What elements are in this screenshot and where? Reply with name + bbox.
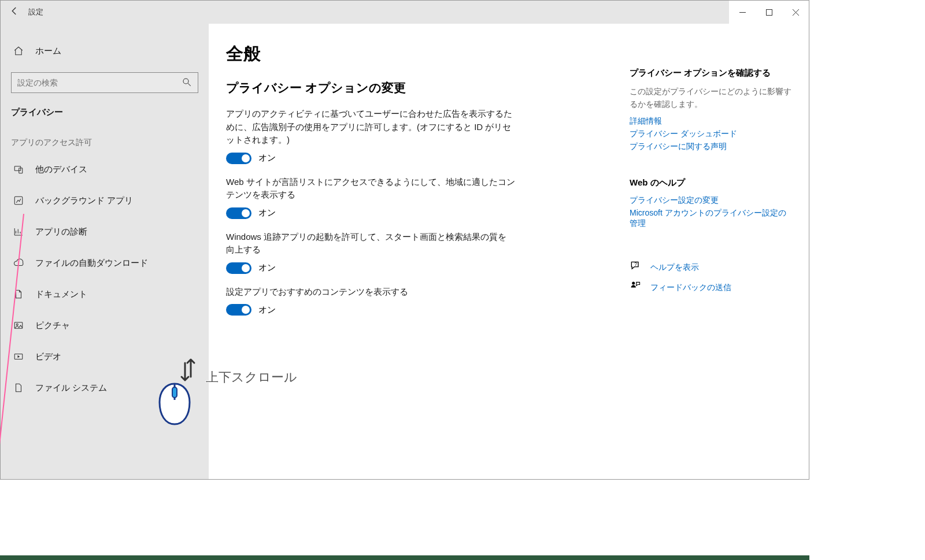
help-panel: プライバシー オプションを確認する この設定がプライバシーにどのように影響するか… [630, 24, 791, 479]
svg-point-1 [183, 79, 188, 84]
option-suggested-content: 設定アプリでおすすめのコンテンツを表示する オン [226, 285, 590, 316]
link-privacy-dashboard[interactable]: プライバシー ダッシュボード [630, 129, 791, 139]
taskbar [0, 555, 809, 560]
sidebar-category: プライバシー [1, 103, 209, 121]
section-header: プライバシー オプションの変更 [226, 80, 590, 96]
toggle-state: オン [258, 305, 276, 316]
option-advertising-id: アプリのアクティビティに基づいてユーザーに合わせた広告を表示するために、広告識別… [226, 107, 590, 164]
mouse-icon [156, 357, 202, 427]
sidebar-item-label: ビデオ [35, 351, 61, 362]
file-icon [12, 381, 25, 394]
toggle-state: オン [258, 153, 276, 164]
picture-icon [12, 319, 25, 332]
toggle-language-list[interactable] [226, 207, 251, 219]
option-label: アプリのアクティビティに基づいてユーザーに合わせた広告を表示するために、広告識別… [226, 107, 515, 147]
sidebar-item-label: ファイル システム [35, 383, 107, 394]
maximize-button[interactable] [756, 1, 782, 24]
help-description: この設定がプライバシーにどのように影響するかを確認します。 [630, 86, 791, 110]
diagnostics-icon [12, 225, 25, 238]
svg-point-9 [632, 282, 635, 285]
option-label: Web サイトが言語リストにアクセスできるようにして、地域に適したコンテンツを表… [226, 176, 515, 202]
window-title: 設定 [28, 7, 43, 17]
sidebar-item-label: アプリの診断 [35, 227, 87, 238]
sidebar-item-label: ドキュメント [35, 289, 87, 300]
sidebar-item-app-diagnostics[interactable]: アプリの診断 [1, 216, 209, 247]
search-box[interactable] [11, 72, 198, 93]
link-manage-ms-privacy[interactable]: Microsoft アカウントのプライバシー設定の管理 [630, 208, 791, 229]
option-label: 設定アプリでおすすめのコンテンツを表示する [226, 285, 515, 299]
sidebar-item-label: バックグラウンド アプリ [35, 195, 133, 206]
svg-rect-0 [766, 9, 772, 15]
search-input[interactable] [17, 78, 182, 87]
sidebar-item-background-apps[interactable]: バックグラウンド アプリ [1, 185, 209, 216]
feedback-icon [630, 280, 641, 295]
devices-icon [12, 163, 25, 176]
sidebar-subheader: アプリのアクセス許可 [1, 121, 209, 154]
sidebar-item-label: ピクチャ [35, 320, 70, 331]
svg-text:?: ? [634, 261, 637, 267]
sidebar-item-label: ファイルの自動ダウンロード [35, 258, 148, 269]
link-learn-more[interactable]: 詳細情報 [630, 116, 791, 127]
help-heading-web: Web のヘルプ [630, 177, 791, 188]
link-change-privacy-settings[interactable]: プライバシー設定の変更 [630, 195, 791, 206]
sidebar-item-documents[interactable]: ドキュメント [1, 279, 209, 310]
toggle-state: オン [258, 207, 276, 218]
toggle-state: オン [258, 262, 276, 273]
svg-point-6 [16, 324, 18, 325]
get-help-row[interactable]: ? ヘルプを表示 [630, 260, 791, 275]
feedback-row[interactable]: フィードバックの送信 [630, 280, 791, 295]
window-controls [729, 1, 809, 24]
page-title: 全般 [226, 42, 590, 66]
annotation-mouse-scroll: 上下スクロール [156, 357, 297, 427]
close-button[interactable] [782, 1, 809, 24]
search-icon [182, 77, 192, 89]
svg-rect-10 [172, 387, 177, 398]
link-privacy-statement[interactable]: プライバシーに関する声明 [630, 142, 791, 152]
option-language-list: Web サイトが言語リストにアクセスできるようにして、地域に適したコンテンツを表… [226, 176, 590, 219]
annotation-scroll-text: 上下スクロール [206, 369, 297, 386]
home-button[interactable]: ホーム [1, 35, 209, 66]
sidebar-item-auto-download[interactable]: ファイルの自動ダウンロード [1, 247, 209, 279]
video-icon [12, 350, 25, 363]
sidebar-item-label: 他のデバイス [35, 164, 87, 175]
link-get-help[interactable]: ヘルプを表示 [650, 262, 699, 273]
sidebar-item-pictures[interactable]: ピクチャ [1, 310, 209, 341]
toggle-advertising-id[interactable] [226, 153, 251, 164]
content-area: 全般 プライバシー オプションの変更 アプリのアクティビティに基づいてユーザーに… [209, 24, 809, 479]
option-app-launch-tracking: Windows 追跡アプリの起動を許可して、スタート画面と検索結果の質を向上する… [226, 231, 590, 274]
option-label: Windows 追跡アプリの起動を許可して、スタート画面と検索結果の質を向上する [226, 231, 515, 257]
sidebar-item-other-devices[interactable]: 他のデバイス [1, 154, 209, 185]
home-icon [12, 44, 25, 57]
toggle-suggested-content[interactable] [226, 304, 251, 316]
background-apps-icon [12, 194, 25, 207]
minimize-button[interactable] [729, 1, 756, 24]
help-icon: ? [630, 260, 641, 275]
link-feedback[interactable]: フィードバックの送信 [650, 283, 731, 293]
help-heading-privacy: プライバシー オプションを確認する [630, 68, 791, 79]
titlebar: 設定 [1, 1, 809, 24]
svg-rect-2 [14, 166, 21, 171]
back-button[interactable] [1, 6, 28, 19]
home-label: ホーム [35, 46, 61, 57]
toggle-app-launch-tracking[interactable] [226, 262, 251, 274]
settings-window: 設定 ホーム [0, 0, 809, 480]
